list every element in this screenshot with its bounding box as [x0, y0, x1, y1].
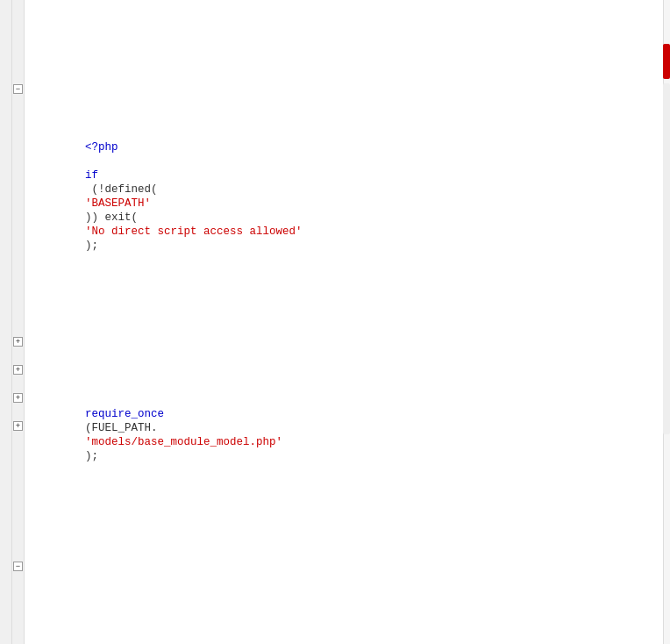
line-blank-2	[19, 533, 670, 547]
line-1	[19, 56, 670, 70]
line-blank-3	[19, 576, 670, 590]
editor-container: <?php if (!defined( 'BASEPATH' )) exit( …	[0, 0, 670, 644]
fold-ajax2-button[interactable]: +	[13, 421, 23, 431]
code-area[interactable]: <?php if (!defined( 'BASEPATH' )) exit( …	[12, 0, 670, 644]
line-require: require_once (FUEL_PATH. 'models/base_mo…	[19, 393, 670, 477]
code-content: <?php if (!defined( 'BASEPATH' )) exit( …	[12, 0, 670, 644]
line-php-open: <?php if (!defined( 'BASEPATH' )) exit( …	[19, 126, 670, 267]
php-tag: <?php	[85, 141, 118, 154]
scrollbar-track[interactable]	[663, 0, 670, 644]
side-gutter	[0, 0, 12, 644]
fold-class-button[interactable]: −	[13, 84, 23, 94]
fold-list-button[interactable]: +	[13, 337, 23, 347]
scrollbar-thumb-red[interactable]	[663, 44, 670, 79]
scrollbar-thumb-gray	[663, 83, 670, 434]
fold-class2-button[interactable]: −	[13, 562, 23, 571]
fold-ajax1-button[interactable]: +	[13, 393, 23, 403]
fold-gutter: − + + + + −	[12, 0, 25, 644]
fold-form-button[interactable]: +	[13, 365, 23, 375]
line-blank-1	[19, 323, 670, 337]
